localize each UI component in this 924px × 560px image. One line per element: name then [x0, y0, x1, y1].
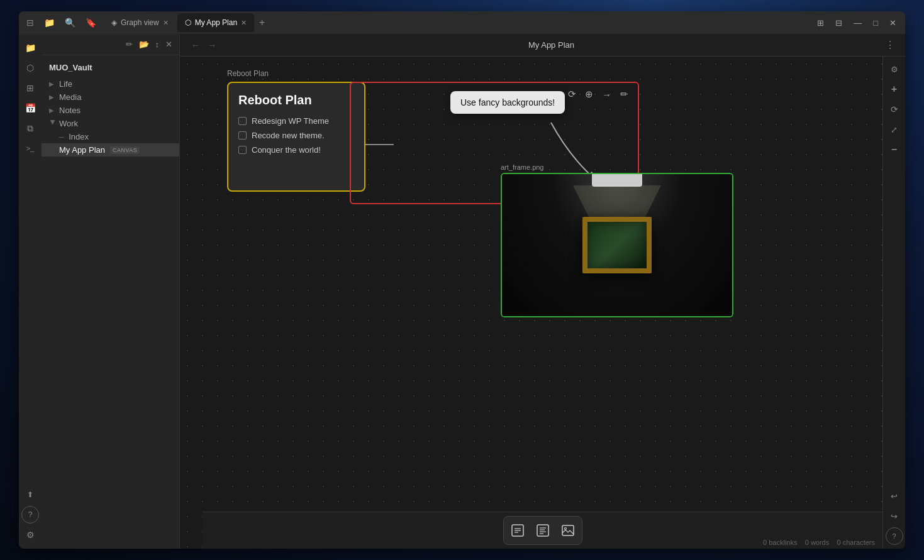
- art-frame-scene: [502, 174, 732, 316]
- task-checkbox-3[interactable]: [238, 146, 247, 154]
- add-note-btn[interactable]: [506, 519, 529, 542]
- sidebar-item-notes[interactable]: ▶ Notes: [42, 104, 179, 117]
- task-item-2: Recode new theme.: [238, 131, 354, 140]
- task-item-3: Conquer the world!: [238, 145, 354, 155]
- svg-rect-5: [537, 525, 548, 536]
- file-tree-content: MUO_Vault ▶ Life ▶ Media ▶ Notes ▶ Work: [42, 55, 179, 549]
- node-arrow-btn[interactable]: →: [600, 87, 613, 102]
- help-sidebar-icon[interactable]: ?: [21, 506, 39, 524]
- task-checkbox-1[interactable]: [238, 117, 247, 125]
- close-btn[interactable]: ✕: [886, 17, 900, 29]
- canvas-help-btn[interactable]: ?: [886, 527, 903, 545]
- sidebar-item-my-app-plan[interactable]: My App Plan CANVAS: [42, 143, 179, 156]
- app-window: ⊟ 📁 🔍 🔖 ◈ Graph view ✕ ⬡ My App Plan ✕ +…: [19, 11, 905, 549]
- canvas-properties-btn[interactable]: ⚙: [886, 60, 903, 78]
- word-count: 0 words: [805, 539, 830, 546]
- new-tab-btn[interactable]: +: [255, 16, 269, 30]
- tooltip-bubble: Use fancy backgrounds!: [450, 91, 565, 114]
- work-label: Work: [59, 119, 78, 128]
- sidebar-item-index[interactable]: – Index: [42, 130, 179, 143]
- bookmark-btn[interactable]: 🔖: [83, 15, 99, 30]
- collapse-sidebar-btn[interactable]: ⊟: [24, 15, 36, 30]
- sort-btn[interactable]: ↕: [153, 38, 162, 51]
- zoom-in-btn[interactable]: +: [886, 80, 903, 98]
- graph-tab-label: Graph view: [121, 18, 159, 27]
- graph-tab-close[interactable]: ✕: [163, 19, 169, 27]
- node-zoom-btn[interactable]: ⊕: [583, 87, 595, 102]
- minimize-btn[interactable]: —: [850, 17, 866, 29]
- canvas-tab-close[interactable]: ✕: [241, 19, 247, 27]
- sidebar-icon-rail: 📁 ⬡ ⊞ 📅 ⧉ >_ ⬆ ? ⚙: [19, 34, 42, 549]
- task-label-1: Redesign WP Theme: [252, 116, 329, 126]
- task-item-1: Redesign WP Theme: [238, 116, 354, 126]
- char-count: 0 characters: [837, 539, 875, 546]
- index-label: Index: [69, 132, 89, 141]
- new-note-btn[interactable]: ✏: [124, 38, 135, 51]
- reboot-plan-label: Reboot Plan: [227, 69, 269, 78]
- task-checkbox-2[interactable]: [238, 131, 247, 140]
- add-media-btn[interactable]: [557, 519, 579, 542]
- chevron-down-icon: ▶: [50, 120, 57, 128]
- tooltip-text: Use fancy backgrounds!: [460, 97, 555, 107]
- kanban-sidebar-icon[interactable]: ⊞: [21, 79, 39, 97]
- task-label-2: Recode new theme.: [252, 131, 325, 140]
- index-dash: –: [59, 132, 64, 141]
- sidebar-item-life[interactable]: ▶ Life: [42, 77, 179, 91]
- canvas-tab-label: My App Plan: [195, 18, 237, 27]
- copy-sidebar-icon[interactable]: ⧉: [21, 119, 39, 137]
- right-controls: ⚙ + ⟳ ⤢ − ↩ ↪ ?: [882, 57, 905, 549]
- add-card-btn[interactable]: [532, 519, 554, 542]
- graph-tab-icon: ◈: [111, 18, 117, 27]
- media-label: Media: [59, 92, 81, 102]
- publish-sidebar-icon[interactable]: ⬆: [21, 486, 39, 503]
- settings-sidebar-icon[interactable]: ⚙: [21, 526, 39, 544]
- undo-btn[interactable]: ↩: [886, 487, 903, 505]
- files-sidebar-icon[interactable]: 📁: [21, 39, 39, 57]
- canvas-area[interactable]: Reboot Plan Reboot Plan Redesign WP Them…: [180, 57, 882, 549]
- status-bar: 0 backlinks 0 words 0 characters: [755, 536, 882, 549]
- task-label-3: Conquer the world!: [252, 145, 321, 155]
- search-btn[interactable]: 🔍: [62, 15, 78, 30]
- layout-toggle-btn[interactable]: ⊞: [813, 17, 828, 29]
- add-card-icon: [536, 524, 550, 537]
- title-bar-right: ⊞ ⊟ — □ ✕: [813, 17, 900, 29]
- file-explorer-btn[interactable]: 📁: [42, 15, 57, 30]
- content-area: ← → My App Plan ⋮: [180, 34, 905, 549]
- file-tree-toolbar: ✏ 📂 ↕ ✕: [42, 34, 179, 55]
- toolbar-menu-btn[interactable]: ⋮: [882, 36, 898, 53]
- zoom-out-btn[interactable]: −: [886, 141, 903, 158]
- back-btn[interactable]: ←: [187, 38, 204, 53]
- tab-graph-view[interactable]: ◈ Graph view ✕: [104, 13, 176, 32]
- terminal-sidebar-icon[interactable]: >_: [21, 140, 39, 157]
- collapse-all-btn[interactable]: ✕: [164, 38, 174, 51]
- calendar-sidebar-icon[interactable]: 📅: [21, 99, 39, 117]
- canvas-image-node[interactable]: [501, 173, 733, 317]
- add-media-icon: [561, 524, 575, 537]
- my-app-plan-label: My App Plan: [59, 145, 105, 155]
- title-bar-left: ⊟ 📁 🔍 🔖: [24, 15, 99, 30]
- canvas-tab-icon: ⬡: [185, 18, 191, 27]
- sidebar-item-work[interactable]: ▶ Work: [42, 117, 179, 130]
- reset-zoom-btn[interactable]: ⟳: [886, 101, 903, 118]
- tab-my-app-plan[interactable]: ⬡ My App Plan ✕: [177, 13, 254, 32]
- canvas-note-node[interactable]: Reboot Plan Redesign WP Theme Recode new…: [227, 82, 365, 192]
- forward-btn[interactable]: →: [204, 38, 220, 53]
- fit-screen-btn[interactable]: ⤢: [886, 121, 903, 138]
- chevron-right-icon: ▶: [49, 107, 57, 114]
- chevron-right-icon: ▶: [49, 80, 57, 87]
- view-switcher-btn[interactable]: ⊟: [832, 17, 846, 29]
- new-folder-btn[interactable]: 📂: [137, 38, 151, 51]
- note-title: Reboot Plan: [238, 93, 354, 107]
- node-refresh-btn[interactable]: ⟳: [566, 87, 578, 102]
- main-area: 📁 ⬡ ⊞ 📅 ⧉ >_ ⬆ ? ⚙ ✏ 📂 ↕ ✕ MUO_Vault ▶: [19, 34, 905, 549]
- notes-label: Notes: [59, 106, 81, 115]
- svg-point-11: [564, 528, 566, 530]
- node-edit-btn[interactable]: ✏: [618, 87, 630, 102]
- maximize-btn[interactable]: □: [869, 17, 882, 29]
- sidebar-item-media[interactable]: ▶ Media: [42, 91, 179, 104]
- redo-btn[interactable]: ↪: [886, 507, 903, 525]
- bottom-toolbar-inner: [503, 516, 582, 545]
- spotlight-decoration: [592, 174, 642, 187]
- graph-sidebar-icon[interactable]: ⬡: [21, 59, 39, 77]
- art-frame-label: art_frame.png: [501, 163, 543, 171]
